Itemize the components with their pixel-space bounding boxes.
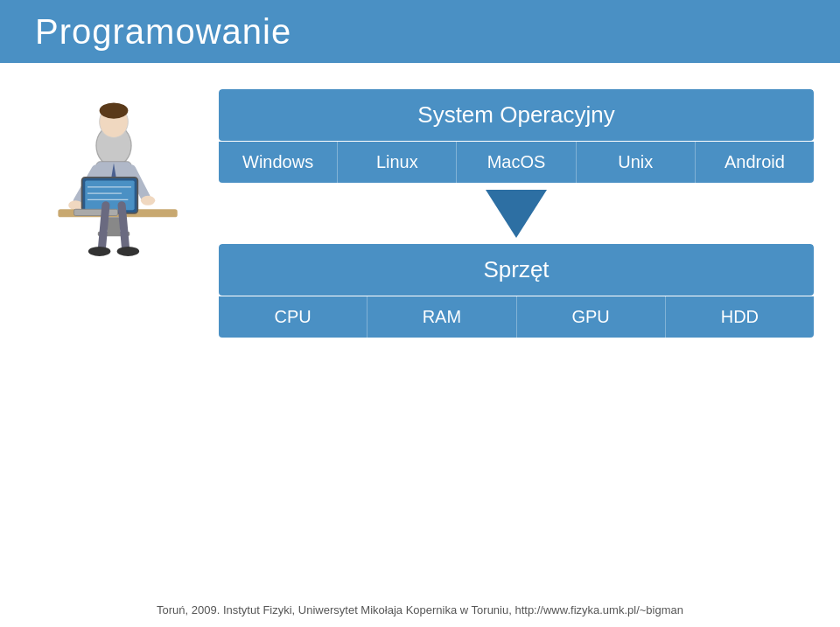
svg-line-18 — [102, 206, 106, 249]
svg-point-7 — [68, 200, 82, 210]
os-items-row: Windows Linux MacOS Unix Android — [219, 141, 814, 183]
os-item-android: Android — [696, 142, 814, 183]
os-item-unix: Unix — [577, 142, 696, 183]
hw-item-gpu: GPU — [517, 296, 666, 338]
sprzet-group: Sprzęt CPU RAM GPU HDD — [219, 244, 814, 338]
person-illustration — [35, 98, 192, 273]
diagram-area: System Operacyjny Windows Linux MacOS Un… — [210, 80, 814, 592]
os-item-linux: Linux — [338, 142, 457, 183]
arrow-container — [219, 183, 814, 244]
footer: Toruń, 2009. Instytut Fizyki, Uniwersyte… — [0, 603, 840, 617]
svg-rect-13 — [85, 181, 134, 211]
svg-point-20 — [88, 247, 110, 256]
os-item-macos: MacOS — [457, 142, 576, 183]
svg-rect-10 — [108, 217, 121, 233]
svg-point-2 — [100, 102, 129, 118]
svg-point-8 — [141, 196, 155, 206]
hw-item-hdd: HDD — [666, 296, 814, 338]
illustration-area — [18, 80, 210, 592]
svg-rect-17 — [74, 209, 118, 215]
main-content: System Operacyjny Windows Linux MacOS Un… — [0, 63, 840, 592]
hw-item-cpu: CPU — [219, 296, 368, 338]
system-operacyjny-label: System Operacyjny — [219, 89, 814, 141]
system-operacyjny-group: System Operacyjny Windows Linux MacOS Un… — [219, 89, 814, 183]
svg-point-21 — [117, 247, 139, 256]
down-arrow-icon — [486, 190, 547, 238]
footer-text: Toruń, 2009. Instytut Fizyki, Uniwersyte… — [157, 603, 683, 617]
page-title: Programowanie — [35, 12, 291, 52]
svg-line-19 — [122, 206, 126, 249]
hw-item-ram: RAM — [368, 296, 516, 338]
os-item-windows: Windows — [219, 142, 338, 183]
sprzet-label: Sprzęt — [219, 244, 814, 296]
header-bar: Programowanie — [0, 0, 840, 63]
hardware-items-row: CPU RAM GPU HDD — [219, 296, 814, 338]
